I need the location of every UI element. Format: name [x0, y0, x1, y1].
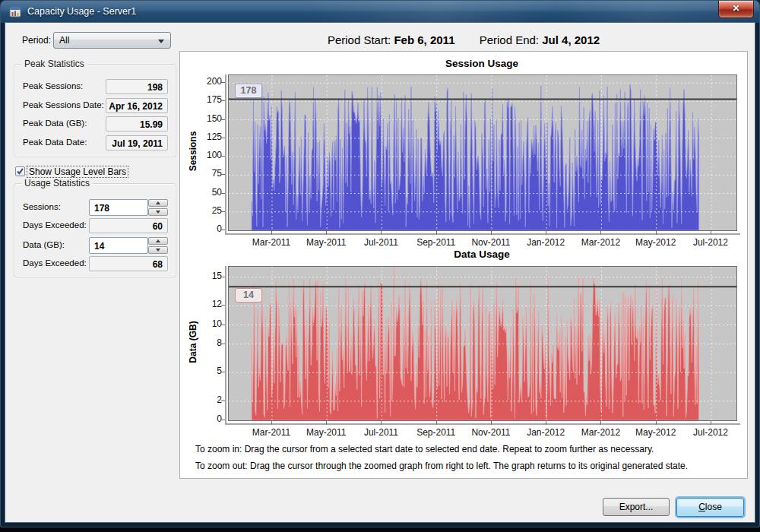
x-tick-mark — [600, 421, 601, 425]
x-tick-label: Nov-2011 — [464, 427, 518, 438]
peak-sessions-label: Peak Sessions: — [23, 81, 83, 90]
peak-data-date-value: Jul 19, 2011 — [106, 135, 168, 150]
sessions-stepper[interactable] — [148, 199, 168, 216]
y-tick-mark — [221, 420, 225, 420]
usage-statistics-title: Usage Statistics — [21, 178, 93, 188]
y-tick-label: 10 — [190, 318, 222, 329]
peak-data-value: 15.99 — [106, 116, 168, 131]
checkmark-icon — [16, 167, 24, 176]
show-usage-level-bars-checkbox[interactable] — [15, 166, 25, 176]
data-usage-chart: Data UsageData (GB)0258101215Mar-2011May… — [180, 52, 747, 478]
data-gb-label: Data (GB): — [23, 240, 65, 249]
close-button-label: lose — [705, 502, 722, 512]
period-start-label: Period Start: — [328, 33, 391, 46]
data-days-exceeded-value: 68 — [89, 256, 168, 271]
y-tick-mark — [221, 277, 225, 277]
export-button-label: Export... — [619, 502, 654, 512]
period-label: Period: — [22, 35, 51, 46]
peak-sessions-value: 198 — [106, 79, 168, 94]
y-tick-label: 8 — [190, 337, 222, 348]
peak-sessions-date-value: Apr 16, 2012 — [106, 98, 168, 113]
period-selected-value: All — [59, 35, 69, 46]
x-tick-mark — [656, 421, 657, 425]
x-tick-label: Sep-2011 — [409, 427, 464, 438]
x-tick-label: Mar-2012 — [573, 427, 628, 438]
peak-statistics-group: Peak Statistics Peak Sessions: 198 Peak … — [14, 64, 176, 157]
period-start-value: Feb 6, 2011 — [394, 33, 454, 46]
period-range-header: Period Start: Feb 6, 2011 Period End: Ju… — [179, 33, 748, 46]
data-days-exceeded-label: Days Exceeded: — [23, 258, 87, 268]
title-bar[interactable]: Capacity Usage - Server1 — [1, 1, 759, 23]
show-usage-level-bars-label[interactable]: Show Usage Level Bars — [27, 166, 128, 177]
peak-sessions-date-label: Peak Sessions Date: — [23, 100, 104, 109]
chevron-down-icon — [158, 40, 164, 43]
spin-up-button[interactable] — [148, 199, 168, 207]
x-tick-label: May-2011 — [299, 427, 353, 438]
peak-data-date-label: Peak Data Date: — [23, 138, 87, 147]
period-dropdown[interactable]: All — [53, 32, 171, 49]
x-tick-mark — [436, 421, 437, 425]
zoom-out-instruction: To zoom out: Drag the cursor through the… — [195, 461, 688, 471]
charts-panel: Session UsageSessions0255075100125150175… — [179, 51, 748, 479]
x-tick-mark — [381, 421, 382, 425]
peak-statistics-title: Peak Statistics — [21, 59, 87, 69]
y-tick-label: 12 — [190, 299, 222, 309]
y-tick-mark — [221, 325, 225, 325]
y-tick-mark — [221, 305, 225, 306]
sessions-days-exceeded-value: 60 — [89, 218, 168, 233]
close-button[interactable]: Close — [676, 498, 744, 517]
y-tick-label: 0 — [190, 413, 222, 424]
chart-title: Data Usage — [228, 249, 736, 260]
x-tick-label: Mar-2011 — [244, 427, 299, 438]
x-tick-mark — [546, 421, 546, 425]
y-tick-label: 5 — [190, 366, 222, 376]
close-icon: ✕ — [732, 3, 739, 14]
x-tick-label: Jan-2012 — [518, 427, 573, 438]
x-tick-mark — [271, 421, 272, 425]
y-tick-label: 2 — [190, 394, 222, 405]
chart-plot[interactable] — [228, 266, 737, 421]
data-gb-input[interactable]: 14 — [89, 237, 148, 254]
usage-level-value-box: 14 — [235, 288, 262, 302]
arrow-up-icon — [156, 239, 160, 242]
screen: Capacity Usage - Server1 ✕ Period: All P… — [0, 0, 760, 532]
window-title: Capacity Usage - Server1 — [27, 6, 136, 17]
sessions-days-exceeded-label: Days Exceeded: — [23, 220, 87, 230]
y-tick-mark — [221, 344, 225, 344]
x-tick-mark — [711, 421, 711, 425]
y-tick-label: 15 — [190, 271, 222, 281]
spin-up-button[interactable] — [148, 237, 168, 245]
arrow-down-icon — [156, 211, 160, 214]
usage-statistics-group: Usage Statistics Sessions: 178 Days Exce… — [14, 183, 176, 277]
arrow-up-icon — [156, 201, 160, 204]
export-button[interactable]: Export... — [603, 498, 670, 516]
x-tick-label: Jul-2012 — [683, 427, 738, 438]
spin-down-button[interactable] — [148, 208, 168, 216]
x-tick-mark — [491, 421, 492, 425]
x-axis-line — [225, 423, 740, 425]
app-icon — [9, 5, 22, 18]
taskbar-strip — [0, 527, 760, 532]
y-axis-line — [225, 266, 226, 425]
period-end-value: Jul 4, 2012 — [542, 33, 600, 46]
arrow-down-icon — [156, 249, 160, 252]
period-end-label: Period End: — [480, 33, 539, 46]
x-tick-mark — [326, 421, 327, 425]
close-button-mnemonic: C — [698, 502, 705, 512]
data-gb-stepper[interactable] — [148, 237, 168, 254]
zoom-in-instruction: To zoom in: Drag the cursor from a selec… — [195, 444, 654, 454]
x-tick-label: May-2012 — [629, 427, 683, 438]
sessions-label: Sessions: — [23, 202, 61, 211]
y-tick-mark — [221, 372, 225, 372]
close-window-button[interactable]: ✕ — [718, 1, 754, 18]
peak-data-label: Peak Data (GB): — [23, 119, 87, 128]
spin-down-button[interactable] — [148, 246, 168, 254]
x-tick-label: Jul-2011 — [353, 427, 408, 438]
y-tick-mark — [221, 401, 225, 401]
sessions-input[interactable]: 178 — [89, 199, 148, 216]
